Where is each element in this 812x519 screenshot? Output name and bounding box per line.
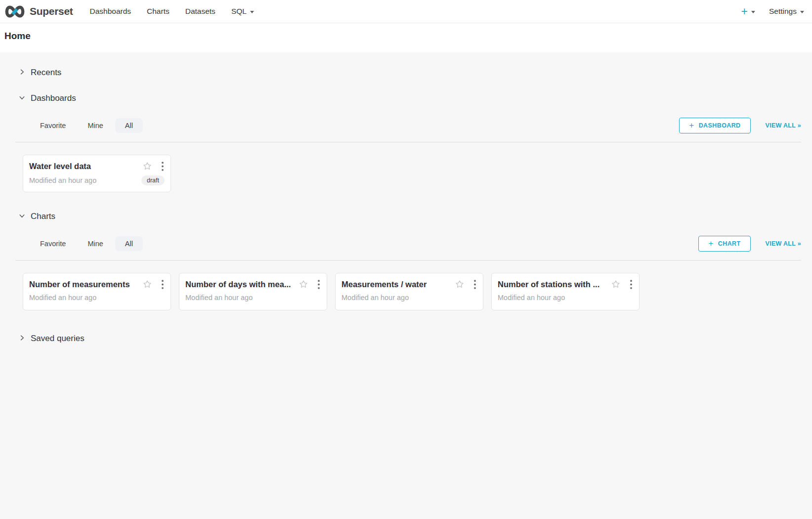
kebab-menu-icon[interactable] [161, 280, 165, 289]
home-content: Recents Dashboards Favorite Mine All + D… [0, 52, 812, 346]
card-title: Number of days with mea... [185, 280, 299, 289]
charts-cards: Number of measurements Modified an hour … [23, 273, 801, 310]
page-title: Home [4, 31, 804, 42]
dashboards-controls-right: + DASHBOARD VIEW ALL » [679, 118, 801, 133]
saved-queries-section-toggle[interactable]: Saved queries [19, 331, 801, 346]
dashboards-tab-favorite[interactable]: Favorite [30, 118, 76, 133]
card-footer: Modified an hour ago [342, 294, 477, 302]
card-title: Number of stations with ... [498, 280, 611, 289]
card-header: Number of measurements [29, 279, 165, 289]
nav-dashboards[interactable]: Dashboards [82, 0, 139, 23]
main-nav: Dashboards Charts Datasets SQL [82, 0, 261, 23]
dashboards-tabs: Favorite Mine All [30, 118, 143, 133]
card-header: Measurements / water [342, 279, 477, 289]
dashboards-section-label: Dashboards [31, 93, 76, 103]
favorite-star-icon[interactable] [455, 279, 465, 289]
card-modified-text: Modified an hour ago [342, 294, 477, 302]
settings-label: Settings [769, 7, 797, 16]
superset-logo[interactable]: Superset [4, 5, 73, 18]
card-footer: Modified an hour ago [185, 294, 321, 302]
favorite-star-icon[interactable] [611, 279, 621, 289]
charts-controls-right: + CHART VIEW ALL » [698, 236, 801, 252]
nav-charts-label: Charts [147, 7, 170, 16]
new-item-dropdown[interactable]: + [741, 6, 755, 16]
chart-card-number-of-measurements[interactable]: Number of measurements Modified an hour … [23, 273, 171, 310]
card-modified-text: Modified an hour ago [185, 294, 321, 302]
nav-sql-label: SQL [231, 7, 247, 16]
chevron-right-icon [19, 68, 25, 77]
charts-tab-mine[interactable]: Mine [78, 236, 113, 251]
charts-section-toggle[interactable]: Charts [19, 209, 801, 224]
charts-section-label: Charts [31, 212, 55, 221]
chevron-down-icon [19, 94, 25, 103]
brand-name: Superset [30, 5, 73, 17]
navbar-right: + Settings [741, 6, 804, 16]
top-navbar: Superset Dashboards Charts Datasets SQL … [0, 0, 812, 23]
card-header: Water level data [29, 161, 165, 171]
favorite-star-icon[interactable] [142, 279, 152, 289]
chart-card-number-of-days[interactable]: Number of days with mea... Modified an h… [179, 273, 327, 310]
dashboards-section-toggle[interactable]: Dashboards [19, 91, 801, 106]
draft-status-badge: draft [141, 175, 165, 185]
superset-infinity-icon [4, 5, 26, 18]
new-chart-button[interactable]: + CHART [698, 236, 750, 252]
card-title: Water level data [29, 162, 142, 171]
nav-datasets-label: Datasets [185, 7, 215, 16]
dashboard-card-water-level-data[interactable]: Water level data Modified an hour ago dr… [23, 155, 171, 192]
recents-section-toggle[interactable]: Recents [19, 65, 801, 80]
chart-card-measurements-water[interactable]: Measurements / water Modified an hour ag… [335, 273, 483, 310]
card-footer: Modified an hour ago draft [29, 175, 165, 185]
new-dashboard-button-label: DASHBOARD [699, 122, 741, 129]
favorite-star-icon[interactable] [142, 161, 152, 171]
new-chart-button-label: CHART [718, 240, 741, 247]
charts-controls: Favorite Mine All + CHART VIEW ALL » [15, 236, 801, 252]
card-header: Number of days with mea... [185, 279, 321, 289]
caret-down-icon [250, 11, 254, 13]
recents-section-label: Recents [31, 68, 61, 78]
charts-tab-all[interactable]: All [115, 236, 143, 251]
kebab-menu-icon[interactable] [317, 280, 321, 289]
settings-dropdown[interactable]: Settings [769, 7, 804, 16]
charts-view-all-link[interactable]: VIEW ALL » [766, 240, 801, 247]
dashboards-controls: Favorite Mine All + DASHBOARD VIEW ALL » [15, 118, 801, 133]
nav-sql[interactable]: SQL [223, 0, 262, 23]
plus-icon: + [689, 123, 694, 129]
card-header: Number of stations with ... [498, 279, 633, 289]
plus-icon: + [708, 241, 713, 247]
nav-datasets[interactable]: Datasets [177, 0, 223, 23]
chevron-right-icon [19, 334, 25, 343]
dashboards-divider [15, 142, 801, 142]
favorite-star-icon[interactable] [299, 279, 308, 289]
kebab-menu-icon[interactable] [629, 280, 633, 289]
charts-tab-favorite[interactable]: Favorite [30, 236, 76, 251]
card-title: Measurements / water [342, 280, 455, 289]
card-modified-text: Modified an hour ago [498, 294, 633, 302]
charts-divider [15, 260, 801, 260]
dashboards-tab-mine[interactable]: Mine [78, 118, 113, 133]
plus-icon: + [741, 6, 748, 16]
card-modified-text: Modified an hour ago [29, 294, 165, 302]
new-dashboard-button[interactable]: + DASHBOARD [679, 118, 750, 133]
saved-queries-section-label: Saved queries [31, 334, 85, 344]
dashboards-cards: Water level data Modified an hour ago dr… [23, 155, 801, 192]
kebab-menu-icon[interactable] [473, 280, 477, 289]
card-modified-text: Modified an hour ago [29, 176, 141, 184]
nav-charts[interactable]: Charts [139, 0, 177, 23]
caret-down-icon [751, 11, 755, 13]
card-title: Number of measurements [29, 280, 142, 289]
chart-card-number-of-stations[interactable]: Number of stations with ... Modified an … [491, 273, 640, 310]
card-footer: Modified an hour ago [498, 294, 633, 302]
nav-dashboards-label: Dashboards [89, 7, 131, 16]
dashboards-view-all-link[interactable]: VIEW ALL » [766, 122, 801, 129]
caret-down-icon [800, 11, 804, 13]
page-header: Home [0, 23, 812, 52]
dashboards-tab-all[interactable]: All [115, 118, 143, 133]
card-footer: Modified an hour ago [29, 294, 165, 302]
chevron-down-icon [19, 212, 25, 221]
charts-tabs: Favorite Mine All [30, 236, 143, 251]
kebab-menu-icon[interactable] [161, 162, 165, 171]
